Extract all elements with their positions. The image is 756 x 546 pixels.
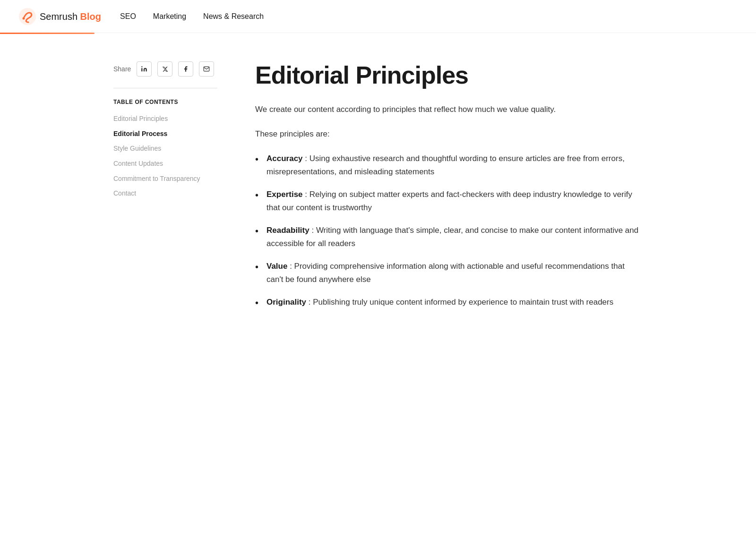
svg-point-2 <box>142 66 143 67</box>
page-title: Editorial Principles <box>255 61 643 90</box>
share-email-button[interactable] <box>199 61 214 77</box>
orange-accent-bar <box>0 33 94 34</box>
share-linkedin-button[interactable] <box>137 61 152 77</box>
toc-contact[interactable]: Contact <box>113 189 217 198</box>
principle-expertise-text: : Relying on subject matter experts and … <box>266 190 632 212</box>
nav-marketing[interactable]: Marketing <box>153 10 186 23</box>
principle-accuracy: Accuracy : Using exhaustive research and… <box>255 152 643 179</box>
share-row: Share <box>113 61 217 77</box>
svg-point-1 <box>23 17 25 19</box>
share-label: Share <box>113 64 131 74</box>
logo-text[interactable]: Semrush Blog <box>40 9 101 24</box>
x-twitter-icon <box>162 66 168 72</box>
semrush-logo-icon <box>19 8 36 25</box>
toc-commitment-transparency[interactable]: Commitment to Transparency <box>113 174 217 184</box>
main-nav: SEO Marketing News & Research <box>120 10 264 23</box>
toc-content-updates[interactable]: Content Updates <box>113 159 217 169</box>
main-content: Editorial Principles We create our conte… <box>255 61 643 309</box>
email-icon <box>203 66 210 72</box>
principle-accuracy-keyword: Accuracy <box>266 154 303 163</box>
principle-originality-text: : Publishing truly unique content inform… <box>309 298 613 307</box>
principle-readability: Readability : Writing with language that… <box>255 224 643 250</box>
site-header: Semrush Blog SEO Marketing News & Resear… <box>0 0 756 33</box>
sidebar: Share <box>113 61 217 309</box>
sidebar-divider <box>113 88 217 88</box>
principles-intro: These principles are: <box>255 128 643 141</box>
toc-list: Editorial Principles Editorial Process S… <box>113 114 217 198</box>
nav-seo[interactable]: SEO <box>120 10 136 23</box>
principle-value-keyword: Value <box>266 262 287 271</box>
principle-readability-keyword: Readability <box>266 226 309 235</box>
principle-accuracy-text: : Using exhaustive research and thoughtf… <box>266 154 625 176</box>
principle-value-text: : Providing comprehensive information al… <box>266 262 625 284</box>
principle-expertise: Expertise : Relying on subject matter ex… <box>255 188 643 214</box>
principle-expertise-keyword: Expertise <box>266 190 303 199</box>
share-facebook-button[interactable] <box>178 61 193 77</box>
toc-title: TABLE OF CONTENTS <box>113 98 217 107</box>
principle-originality: Originality : Publishing truly unique co… <box>255 296 643 309</box>
principles-list: Accuracy : Using exhaustive research and… <box>255 152 643 309</box>
intro-paragraph: We create our content according to princ… <box>255 103 643 116</box>
principle-readability-text: : Writing with language that's simple, c… <box>266 226 638 248</box>
facebook-icon <box>182 66 189 72</box>
toc-style-guidelines[interactable]: Style Guidelines <box>113 144 217 154</box>
toc-editorial-principles[interactable]: Editorial Principles <box>113 114 217 124</box>
principle-originality-keyword: Originality <box>266 298 306 307</box>
nav-news-research[interactable]: News & Research <box>203 10 264 23</box>
logo-area: Semrush Blog <box>19 8 101 25</box>
linkedin-icon <box>141 66 147 72</box>
principle-value: Value : Providing comprehensive informat… <box>255 260 643 286</box>
share-x-button[interactable] <box>157 61 172 77</box>
toc-editorial-process[interactable]: Editorial Process <box>113 129 217 139</box>
page-layout: Share <box>94 33 662 337</box>
